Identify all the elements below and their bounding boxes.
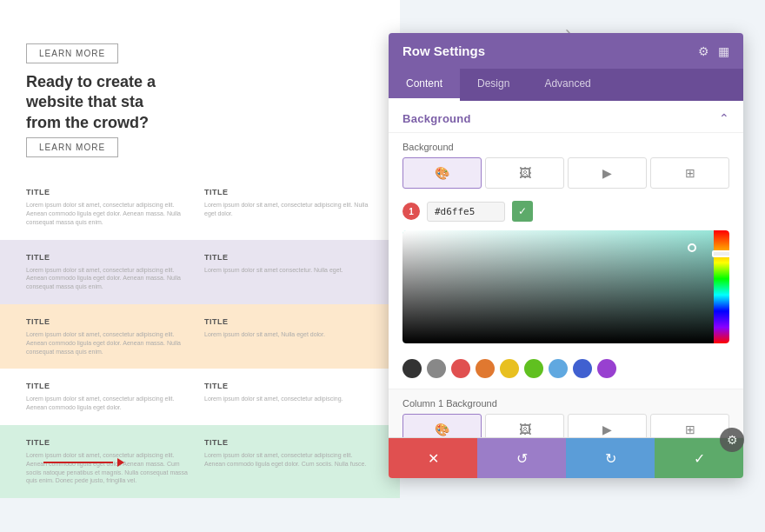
color-input-row: 1 ✓ <box>389 197 743 230</box>
gradient-hue-slider[interactable] <box>714 230 729 343</box>
col1-color-icon: 🎨 <box>435 422 449 436</box>
swatch-orange[interactable] <box>476 359 495 378</box>
tab-design[interactable]: Design <box>460 69 527 101</box>
swatch-blue-light[interactable] <box>549 359 568 378</box>
lavender-section: TITLE Lorem ipsum dolor sit amet, consec… <box>0 240 400 304</box>
settings-icon[interactable]: ⚙ <box>698 44 709 58</box>
check-icon: ✓ <box>518 205 527 217</box>
swatch-red[interactable] <box>451 359 470 378</box>
arrow-head <box>117 458 124 467</box>
arrow-indicator <box>43 458 124 467</box>
card-2-text: Lorem ipsum dolor sit amet, consectetur … <box>204 201 374 218</box>
gradient-main[interactable] <box>402 230 714 343</box>
gradient-picker-container[interactable] <box>402 230 729 343</box>
card-2-title: TITLE <box>204 188 374 196</box>
col1-background-section: Column 1 Background 🎨 🖼 ▶ ⊞ <box>389 389 743 437</box>
tab-advanced[interactable]: Advanced <box>527 69 608 101</box>
swatch-blue[interactable] <box>573 359 592 378</box>
bg-type-image-btn[interactable]: 🖼 <box>485 157 564 189</box>
lavender-card-2-title: TITLE <box>204 253 374 262</box>
swatch-black[interactable] <box>402 359 422 378</box>
white2-card-2: TITLE Lorem ipsum dolor sit amet, consec… <box>204 382 374 412</box>
panel-title: Row Settings <box>402 43 485 58</box>
canvas-area: ‹ › LEARN MORE Ready to create awebsite … <box>0 0 765 532</box>
video-icon: ▶ <box>602 166 612 180</box>
panel-header-icons: ⚙ ▦ <box>698 44 729 58</box>
picker-cursor <box>688 243 696 252</box>
tab-content[interactable]: Content <box>389 69 460 101</box>
layout-icon[interactable]: ▦ <box>718 44 729 58</box>
image-icon: 🖼 <box>519 166 531 180</box>
swatch-purple[interactable] <box>597 359 616 378</box>
color-swatch-icon: 🎨 <box>435 166 449 180</box>
mint-card-1-title: TITLE <box>26 438 196 447</box>
bg-type-color-btn[interactable]: 🎨 <box>402 157 482 189</box>
color-swatches <box>389 352 743 389</box>
redo-button[interactable]: ↻ <box>566 438 655 478</box>
hue-slider-handle <box>712 250 729 257</box>
white2-card-1-title: TITLE <box>26 382 196 390</box>
swatch-gray[interactable] <box>427 359 446 378</box>
mint-card-1-text: Lorem ipsum dolor sit amet, consectetur … <box>26 451 196 485</box>
col1-bg-type-image-btn[interactable]: 🖼 <box>485 414 564 437</box>
col1-bg-type-slideshow-btn[interactable]: ⊞ <box>650 414 729 437</box>
col1-bg-type-color-btn[interactable]: 🎨 <box>402 414 482 437</box>
white2-card-2-title: TITLE <box>204 382 374 390</box>
website-preview: LEARN MORE Ready to create awebsite that… <box>0 0 400 532</box>
peach-section: TITLE Lorem ipsum dolor sit amet, consec… <box>0 304 400 369</box>
background-section-title: Background <box>402 112 471 125</box>
learn-more-btn-2[interactable]: LEARN MORE <box>26 137 118 157</box>
lavender-card-1-text: Lorem ipsum dolor sit amet, consectetur … <box>26 266 196 291</box>
col1-bg-type-video-btn[interactable]: ▶ <box>568 414 647 437</box>
peach-card-1: TITLE Lorem ipsum dolor sit amet, consec… <box>26 317 196 356</box>
mint-card-2-title: TITLE <box>204 438 374 447</box>
background-section-header: Background ⌃ <box>389 101 743 133</box>
card-2: TITLE Lorem ipsum dolor sit amet, consec… <box>204 188 374 226</box>
redo-icon: ↻ <box>605 450 616 467</box>
col1-slideshow-icon: ⊞ <box>685 422 695 436</box>
hero-heading: Ready to create awebsite that stafrom th… <box>26 72 374 133</box>
background-label: Background <box>389 133 743 157</box>
peach-card-2: TITLE Lorem ipsum dolor sit amet, Nulla … <box>204 317 374 356</box>
white2-card-1-text: Lorem ipsum dolor sit amet, consectetur … <box>26 395 196 412</box>
undo-button[interactable]: ↺ <box>477 438 566 478</box>
collapse-icon[interactable]: ⌃ <box>719 111 729 125</box>
col1-type-row: 🎨 🖼 ▶ ⊞ <box>389 414 743 437</box>
gradient-picker-wrapper <box>402 230 729 343</box>
peach-card-1-text: Lorem ipsum dolor sit amet, consectetur … <box>26 330 196 356</box>
bg-type-video-btn[interactable]: ▶ <box>568 157 647 189</box>
white2-card-2-text: Lorem ipsum dolor sit amet, consectetur … <box>204 395 374 403</box>
swatch-yellow[interactable] <box>500 359 519 378</box>
gear-float-button[interactable]: ⚙ <box>720 428 744 452</box>
col1-background-label: Column 1 Background <box>389 389 743 414</box>
lavender-card-1: TITLE Lorem ipsum dolor sit amet, consec… <box>26 253 196 291</box>
white2-card-1: TITLE Lorem ipsum dolor sit amet, consec… <box>26 382 196 412</box>
bg-type-slideshow-btn[interactable]: ⊞ <box>650 157 729 189</box>
swatch-green[interactable] <box>524 359 543 378</box>
cards-section: TITLE Lorem ipsum dolor sit amet, consec… <box>0 175 400 239</box>
lavender-card-2: TITLE Lorem ipsum dolor sit amet consect… <box>204 253 374 291</box>
peach-card-1-title: TITLE <box>26 317 196 326</box>
card-1: TITLE Lorem ipsum dolor sit amet, consec… <box>26 188 196 226</box>
cancel-button[interactable]: ✕ <box>389 438 477 478</box>
learn-more-btn-1[interactable]: LEARN MORE <box>26 43 118 63</box>
background-section: Background ⌃ Background 🎨 🖼 ▶ <box>389 101 743 389</box>
color-confirm-btn[interactable]: ✓ <box>512 201 533 222</box>
undo-icon: ↺ <box>516 450 528 467</box>
panel-body: Background ⌃ Background 🎨 🖼 ▶ <box>389 101 743 437</box>
mint-card-2: TITLE Lorem ipsum dolor sit amet, consec… <box>204 438 374 485</box>
col1-video-icon: ▶ <box>602 422 612 436</box>
color-hex-input[interactable] <box>427 202 505 222</box>
lavender-card-1-title: TITLE <box>26 253 196 262</box>
panel-footer: ✕ ↺ ↻ ✓ <box>389 437 743 478</box>
background-type-row: 🎨 🖼 ▶ ⊞ <box>389 157 743 197</box>
white-section-2: TITLE Lorem ipsum dolor sit amet, consec… <box>0 369 400 425</box>
gear-float-icon: ⚙ <box>727 433 738 447</box>
hero-section: LEARN MORE Ready to create awebsite that… <box>0 0 400 175</box>
peach-card-2-title: TITLE <box>204 317 374 326</box>
lavender-card-2-text: Lorem ipsum dolor sit amet consectetur. … <box>204 266 374 275</box>
color-number-badge: 1 <box>402 203 420 220</box>
panel-header: Row Settings ⚙ ▦ <box>389 33 743 69</box>
card-1-title: TITLE <box>26 188 196 196</box>
peach-card-2-text: Lorem ipsum dolor sit amet, Nulla eget d… <box>204 330 374 339</box>
